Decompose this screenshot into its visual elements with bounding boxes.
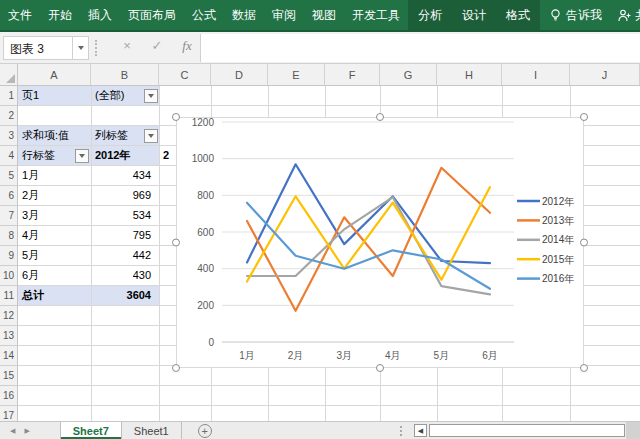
ribbon-main-tabs: 文件开始插入页面布局公式数据审阅视图开发工具 (0, 0, 408, 30)
cell-a3-values-label[interactable]: 求和项:值 (18, 126, 91, 146)
ribbon-tab-审阅[interactable]: 审阅 (264, 0, 304, 30)
cell-month-value[interactable]: 969 (91, 186, 155, 206)
y-axis-tick-label: 200 (197, 300, 214, 311)
column-header-E[interactable]: E (268, 64, 325, 85)
column-header-F[interactable]: F (325, 64, 380, 85)
ribbon-tab-分析[interactable]: 分析 (408, 0, 452, 30)
row-header-8[interactable]: 8 (0, 226, 14, 246)
row-header-14[interactable]: 14 (0, 346, 14, 366)
name-box-dropdown[interactable] (73, 36, 89, 60)
ribbon-tab-设计[interactable]: 设计 (452, 0, 496, 30)
ribbon-tab-开始[interactable]: 开始 (40, 0, 80, 30)
cell-month-value[interactable]: 434 (91, 166, 155, 186)
row-header-2[interactable]: 2 (0, 106, 14, 126)
row-header-17[interactable]: 17 (0, 406, 14, 421)
add-sheet-button[interactable]: + (198, 424, 212, 438)
cell-total-value[interactable]: 3604 (91, 286, 155, 306)
legend-label-2012年[interactable]: 2012年 (542, 196, 574, 207)
selection-handle[interactable] (581, 114, 588, 121)
selection-handle[interactable] (377, 114, 384, 121)
prev-sheet-icon[interactable]: ◀ (10, 427, 15, 435)
cell-total-label[interactable]: 总计 (18, 286, 91, 306)
row-header-12[interactable]: 12 (0, 306, 14, 326)
column-header-C[interactable]: C (159, 64, 211, 85)
cell-month-value[interactable]: 534 (91, 206, 155, 226)
legend-label-2014年[interactable]: 2014年 (542, 234, 574, 245)
hscroll-thumb[interactable] (429, 424, 625, 437)
row-header-11[interactable]: 11 (0, 286, 14, 306)
cell-b4-year-2012[interactable]: 2012年 (91, 146, 157, 166)
legend-label-2013年[interactable]: 2013年 (542, 215, 574, 226)
tell-me-button[interactable]: 告诉我 (540, 0, 612, 30)
insert-function-icon[interactable]: fx (177, 38, 197, 54)
sheet-tab-Sheet7[interactable]: Sheet7 (60, 422, 122, 439)
selection-handle[interactable] (581, 239, 588, 246)
selection-handle[interactable] (377, 365, 384, 372)
ribbon-tab-开发工具[interactable]: 开发工具 (344, 0, 408, 30)
selection-handle[interactable] (581, 365, 588, 372)
row-header-15[interactable]: 15 (0, 366, 14, 386)
name-box[interactable]: 图表 3 (3, 36, 73, 60)
row-header-10[interactable]: 10 (0, 266, 14, 286)
gridline (159, 86, 160, 421)
row-header-5[interactable]: 5 (0, 166, 14, 186)
cell-month-label[interactable]: 3月 (18, 206, 91, 226)
row-header-9[interactable]: 9 (0, 246, 14, 266)
column-header-J[interactable]: J (570, 64, 640, 85)
ribbon-tab-数据[interactable]: 数据 (224, 0, 264, 30)
column-header-B[interactable]: B (91, 64, 159, 85)
legend-label-2016年[interactable]: 2016年 (542, 273, 574, 284)
hscroll-left-arrow[interactable]: ◀ (414, 424, 427, 437)
sheet-tab-Sheet1[interactable]: Sheet1 (122, 422, 182, 439)
cell-month-label[interactable]: 1月 (18, 166, 91, 186)
formula-input[interactable] (200, 34, 640, 62)
row-header-13[interactable]: 13 (0, 326, 14, 346)
page-filter-dropdown[interactable] (144, 89, 158, 103)
cell-a1-page-field[interactable]: 页1 (18, 86, 91, 106)
row-header-16[interactable]: 16 (0, 386, 14, 406)
cell-month-value[interactable]: 795 (91, 226, 155, 246)
row-labels-dropdown[interactable] (75, 149, 89, 163)
row-header-1[interactable]: 1 (0, 86, 14, 106)
share-button[interactable]: 共享 (612, 0, 640, 30)
cell-month-label[interactable]: 6月 (18, 266, 91, 286)
legend-label-2015年[interactable]: 2015年 (542, 254, 574, 265)
cell-month-value[interactable]: 430 (91, 266, 155, 286)
cancel-icon[interactable]: × (117, 38, 137, 53)
cell-month-label[interactable]: 2月 (18, 186, 91, 206)
selection-handle[interactable] (173, 114, 180, 121)
select-all-corner[interactable] (0, 64, 18, 85)
chart-object[interactable]: 0200400600800100012001月2月3月4月5月6月2012年20… (171, 112, 589, 373)
ribbon-tab-插入[interactable]: 插入 (80, 0, 120, 30)
cell-b1-page-filter-value[interactable]: (全部) (91, 86, 141, 106)
y-axis-tick-label: 600 (197, 227, 214, 238)
cell-b3-column-labels[interactable]: 列标签 (91, 126, 141, 146)
column-header-H[interactable]: H (437, 64, 502, 85)
selection-handle[interactable] (173, 365, 180, 372)
cell-month-label[interactable]: 4月 (18, 226, 91, 246)
select-all-triangle-icon (6, 74, 15, 83)
cell-month-value[interactable]: 442 (91, 246, 155, 266)
column-header-A[interactable]: A (18, 64, 91, 85)
row-header-7[interactable]: 7 (0, 206, 14, 226)
next-sheet-icon[interactable]: ▶ (24, 427, 29, 435)
ribbon-tab-公式[interactable]: 公式 (184, 0, 224, 30)
enter-check-icon[interactable]: ✓ (147, 38, 167, 53)
tab-splitter-handle[interactable] (400, 426, 402, 436)
row-header-4[interactable]: 4 (0, 146, 14, 166)
selection-handle[interactable] (173, 239, 180, 246)
ribbon-tab-视图[interactable]: 视图 (304, 0, 344, 30)
ribbon-tab-格式[interactable]: 格式 (496, 0, 540, 30)
cell-a4-row-labels[interactable]: 行标签 (18, 146, 74, 166)
column-header-I[interactable]: I (502, 64, 570, 85)
column-labels-dropdown[interactable] (144, 129, 158, 143)
ribbon-tab-文件[interactable]: 文件 (0, 0, 40, 30)
x-axis-tick-label: 4月 (385, 350, 401, 361)
column-header-G[interactable]: G (380, 64, 437, 85)
column-header-D[interactable]: D (211, 64, 268, 85)
row-header-6[interactable]: 6 (0, 186, 14, 206)
ribbon-tab-页面布局[interactable]: 页面布局 (120, 0, 184, 30)
cell-month-label[interactable]: 5月 (18, 246, 91, 266)
row-number-gutter: 1234567891011121314151617 (0, 86, 18, 421)
row-header-3[interactable]: 3 (0, 126, 14, 146)
